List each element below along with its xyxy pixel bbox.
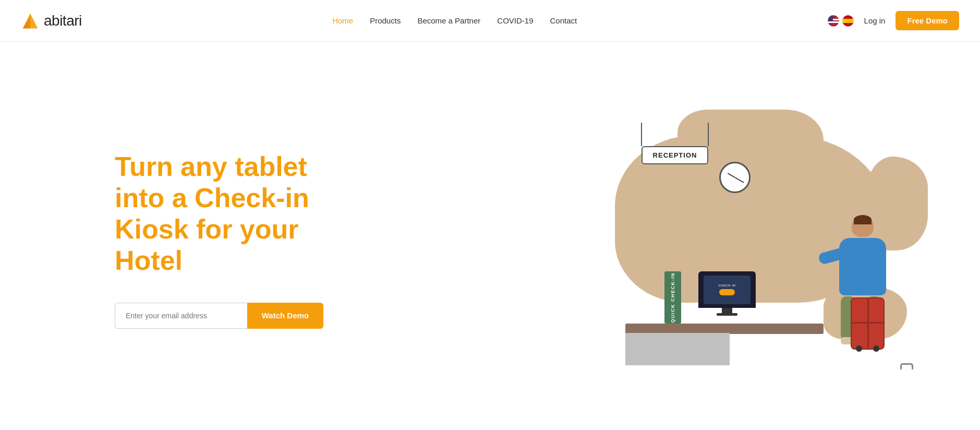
- reception-sign-board: RECEPTION: [642, 146, 709, 164]
- watch-demo-button[interactable]: Watch Demo: [247, 303, 323, 329]
- sign-pole-right: [708, 123, 709, 146]
- us-flag-icon: [828, 15, 839, 27]
- reception-sign-area: RECEPTION: [641, 123, 709, 164]
- flag-icons: [828, 15, 854, 27]
- nav-home[interactable]: Home: [332, 16, 353, 25]
- suitcase-wheel-left: [856, 345, 862, 352]
- hero-title-line3: Kiosk for your: [115, 214, 299, 244]
- login-link[interactable]: Log in: [864, 16, 886, 25]
- suitcase-stripe-v: [867, 298, 869, 349]
- svg-rect-8: [842, 19, 854, 23]
- monitor-label: CHECK IN: [718, 284, 735, 287]
- monitor-button: [719, 289, 735, 295]
- svg-rect-4: [828, 21, 839, 23]
- hero-title-line2: into a Check-in: [115, 183, 309, 213]
- clock-minute-hand: [735, 177, 744, 183]
- hero-title-line4: Hotel: [115, 245, 183, 276]
- hero-left: Turn any tablet into a Check-in Kiosk fo…: [115, 151, 323, 328]
- logo: abitari: [21, 11, 82, 30]
- quick-checkin-text: QUICK CHECK-IN: [670, 272, 675, 323]
- desk-surface: [625, 324, 824, 334]
- monitor-screen-inner: CHECK IN: [704, 276, 751, 304]
- nav-contact[interactable]: Contact: [550, 16, 577, 25]
- suitcase: [851, 297, 885, 350]
- clock: [719, 162, 751, 193]
- suitcase-handle: [900, 363, 913, 369]
- monitor-stand: [722, 308, 732, 313]
- suitcase-wheel-right: [873, 345, 879, 352]
- desk-front-panel: [625, 333, 730, 365]
- logo-icon: [21, 11, 40, 30]
- nav-products[interactable]: Products: [370, 16, 401, 25]
- nav-become-partner[interactable]: Become a Partner: [417, 16, 480, 25]
- spain-flag-icon: [842, 15, 854, 27]
- person-head: [852, 215, 874, 237]
- email-input[interactable]: [115, 303, 247, 329]
- person-hair: [854, 215, 872, 224]
- sign-pole-left: [641, 123, 642, 146]
- hero-title-line1: Turn any tablet: [115, 151, 307, 182]
- quick-checkin-sign: QUICK CHECK-IN: [664, 271, 681, 324]
- logo-text: abitari: [44, 13, 82, 29]
- nav-right: Log in Free Demo: [828, 11, 959, 30]
- header: abitari Home Products Become a Partner C…: [0, 0, 980, 42]
- monitor-base: [717, 313, 737, 316]
- reception-sign-text: RECEPTION: [653, 151, 697, 159]
- clock-hour-hand: [728, 173, 735, 178]
- monitor: CHECK IN: [698, 271, 756, 313]
- hero-form: Watch Demo: [115, 303, 323, 329]
- free-demo-button[interactable]: Free Demo: [896, 11, 959, 30]
- hero-title: Turn any tablet into a Check-in Kiosk fo…: [115, 151, 323, 276]
- hero-section: Turn any tablet into a Check-in Kiosk fo…: [0, 42, 980, 428]
- person-body: [839, 238, 886, 295]
- main-nav: Home Products Become a Partner COVID-19 …: [332, 16, 577, 25]
- nav-covid[interactable]: COVID-19: [497, 16, 533, 25]
- hero-illustration: RECEPTION QUICK CHECK-IN CHECK IN: [584, 94, 938, 386]
- monitor-screen: CHECK IN: [698, 271, 756, 308]
